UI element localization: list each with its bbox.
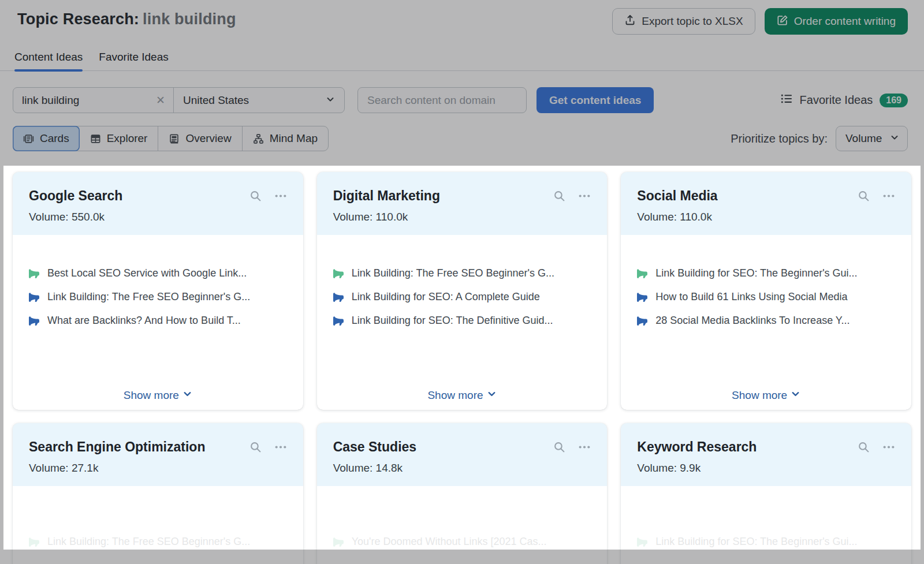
show-more-button[interactable]: Show more: [13, 389, 303, 402]
headline-item[interactable]: Link Building: The Free SEO Beginner's G…: [333, 267, 591, 279]
megaphone-icon: [333, 537, 344, 547]
search-icon[interactable]: [858, 190, 870, 202]
headline-item[interactable]: Best Local SEO Service with Google Link.…: [29, 267, 287, 279]
view-toggle-row: CardsExplorerOverviewMind Map Prioritize…: [0, 113, 924, 151]
card-volume: Volume: 110.0k: [333, 211, 591, 223]
chevron-down-icon: [890, 132, 899, 145]
mindmap-icon: [253, 133, 264, 144]
ellipsis-menu-icon[interactable]: [882, 190, 895, 202]
ellipsis-menu-icon[interactable]: [578, 441, 591, 453]
headline-text: Link Building: The Free SEO Beginner's G…: [47, 536, 250, 548]
card-header: Digital Marketing Volume: 110.0k: [317, 172, 608, 235]
list-icon: [780, 92, 793, 108]
tab-content-ideas[interactable]: Content Ideas: [14, 51, 83, 70]
show-more-button[interactable]: Show more: [317, 389, 608, 402]
card-header: Google Search Volume: 550.0k: [13, 172, 303, 235]
card-header: Case Studies Volume: 14.8k: [317, 423, 608, 486]
card-volume: Volume: 27.1k: [29, 462, 287, 475]
ellipsis-menu-icon[interactable]: [274, 441, 287, 453]
topic-query-input[interactable]: link building ✕: [13, 88, 174, 113]
card-header: Search Engine Optimization Volume: 27.1k: [13, 423, 303, 486]
search-icon[interactable]: [249, 190, 262, 202]
card-title: Case Studies: [333, 439, 547, 455]
seed-group: link building ✕ United States: [13, 87, 345, 113]
show-more-label: Show more: [427, 389, 483, 402]
megaphone-icon: [637, 537, 647, 547]
megaphone-icon: [333, 316, 344, 326]
card-title: Digital Marketing: [333, 188, 547, 204]
search-icon[interactable]: [553, 441, 565, 453]
page-title-query: link building: [143, 10, 236, 28]
order-content-writing-button[interactable]: Order content writing: [765, 8, 908, 35]
get-content-ideas-button[interactable]: Get content ideas: [536, 87, 654, 113]
show-more-button[interactable]: Show more: [621, 389, 911, 402]
card-volume: Volume: 110.0k: [637, 211, 895, 223]
ellipsis-menu-icon[interactable]: [274, 190, 287, 202]
cards-grid: Google Search Volume: 550.0k Best: [0, 172, 924, 564]
chevron-down-icon: [487, 389, 497, 402]
headline-item[interactable]: Link Building: The Free SEO Beginner's G…: [29, 291, 287, 303]
card-title: Keyword Research: [637, 439, 851, 455]
tabs: Content IdeasFavorite Ideas: [0, 35, 924, 71]
headline-item[interactable]: Link Building: The Free SEO Beginner's G…: [29, 536, 287, 548]
domain-search-placeholder: Search content on domain: [367, 94, 495, 107]
tab-favorite-ideas[interactable]: Favorite Ideas: [99, 51, 168, 70]
country-value: United States: [183, 94, 249, 107]
headline-text: Link Building for SEO: The Definitive Gu…: [352, 315, 553, 327]
chevron-down-icon: [791, 389, 800, 402]
view-toggle-label: Cards: [40, 132, 69, 145]
headline-item[interactable]: Link Building for SEO: The Beginner's Gu…: [637, 536, 895, 548]
view-toggle-cards[interactable]: Cards: [13, 126, 80, 151]
favorite-ideas-label: Favorite Ideas: [800, 94, 873, 107]
view-toggle-label: Overview: [185, 132, 231, 145]
page-title: Topic Research:link building: [17, 8, 236, 28]
ellipsis-menu-icon[interactable]: [882, 441, 895, 453]
headline-text: What are Backlinks? And How to Build T..…: [47, 315, 241, 327]
view-toggle-label: Explorer: [107, 132, 148, 145]
show-more-label: Show more: [124, 389, 179, 402]
headline-text: Link Building for SEO: A Complete Guide: [352, 291, 540, 303]
card-title: Search Engine Optimization: [29, 439, 243, 455]
cards-icon: [23, 133, 34, 144]
favorite-ideas-link[interactable]: Favorite Ideas 169: [780, 92, 908, 108]
topic-card: Google Search Volume: 550.0k Best: [13, 172, 303, 410]
headline-item[interactable]: Link Building for SEO: The Beginner's Gu…: [637, 267, 895, 279]
chevron-down-icon: [326, 94, 335, 107]
order-content-writing-label: Order content writing: [794, 15, 896, 28]
card-header: Keyword Research Volume: 9.9k: [621, 423, 911, 486]
headline-text: You're Doomed Without Links [2021 Cas...: [352, 536, 547, 548]
view-toggle-explorer[interactable]: Explorer: [80, 126, 159, 151]
card-volume: Volume: 14.8k: [333, 462, 591, 475]
headline-item[interactable]: 28 Social Media Backlinks To Increase Y.…: [637, 315, 895, 327]
card-headline-list: You're Doomed Without Links [2021 Cas...: [317, 486, 608, 548]
headline-item[interactable]: How to Build 61 Links Using Social Media: [637, 291, 895, 303]
headline-item[interactable]: Link Building for SEO: The Definitive Gu…: [333, 315, 591, 327]
search-icon[interactable]: [249, 441, 262, 453]
export-xlsx-button[interactable]: Export topic to XLSX: [612, 8, 755, 35]
view-toggle-overview[interactable]: Overview: [158, 126, 242, 151]
megaphone-icon: [637, 292, 647, 302]
domain-search-input[interactable]: Search content on domain: [357, 87, 527, 113]
ellipsis-menu-icon[interactable]: [578, 190, 591, 202]
prioritize-value: Volume: [845, 132, 882, 145]
megaphone-icon: [333, 268, 344, 279]
topic-card: Digital Marketing Volume: 110.0k L: [317, 172, 608, 410]
headline-item[interactable]: You're Doomed Without Links [2021 Cas...: [333, 536, 591, 548]
page-title-prefix: Topic Research:: [17, 10, 139, 28]
search-row: link building ✕ United States Search con…: [0, 71, 924, 113]
topic-card: Social Media Volume: 110.0k Link B: [621, 172, 911, 410]
view-toggle-group: CardsExplorerOverviewMind Map: [13, 126, 329, 151]
prioritize-select[interactable]: Volume: [836, 126, 908, 151]
headline-item[interactable]: Link Building for SEO: A Complete Guide: [333, 291, 591, 303]
top-bar: Topic Research:link building Export topi…: [0, 0, 924, 35]
headline-item[interactable]: What are Backlinks? And How to Build T..…: [29, 315, 287, 327]
search-icon[interactable]: [553, 190, 565, 202]
search-icon[interactable]: [858, 441, 870, 453]
country-select[interactable]: United States: [174, 88, 344, 113]
card-header: Social Media Volume: 110.0k: [621, 172, 911, 235]
clear-query-icon[interactable]: ✕: [156, 94, 165, 107]
view-toggle-mind-map[interactable]: Mind Map: [243, 126, 328, 151]
headline-text: Link Building for SEO: The Beginner's Gu…: [655, 536, 857, 548]
megaphone-icon: [29, 316, 39, 326]
megaphone-icon: [29, 292, 39, 302]
